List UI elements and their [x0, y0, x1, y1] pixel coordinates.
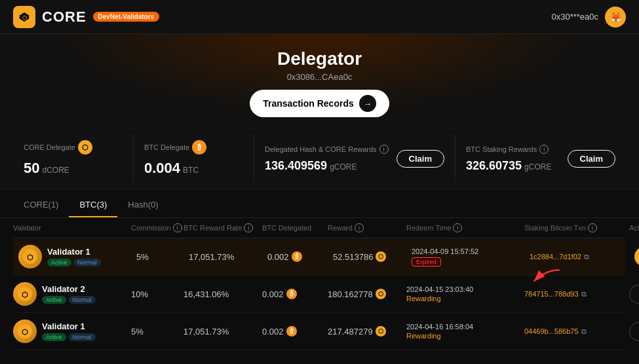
badge-active-3: Active [42, 333, 66, 341]
btc-icon-row3: ₿ [286, 326, 297, 337]
tx-records-arrow-icon: → [359, 95, 376, 112]
th-btc-reward-rate: BTC Reward Rate i [184, 223, 262, 232]
core-icon-row2: ⬡ [376, 289, 386, 299]
btc-delegate-value: 0.004 [144, 160, 180, 177]
btc-reward-rate-2: 16,431.06% [184, 289, 262, 299]
redeem-time-2: 2024-04-15 23:03:40 Rewarding [406, 285, 524, 302]
badge-active-2: Active [42, 296, 66, 304]
hero-section: Delegator 0x3086...CAea0c Transaction Re… [0, 34, 639, 128]
th-btc-delegated: BTC Delegated [262, 223, 328, 232]
th-validator: Validator [13, 223, 131, 232]
validator-name-1: Validator 1 [47, 247, 101, 257]
tabs-row: CORE(1) BTC(3) Hash(0) [0, 189, 639, 218]
th-reward: Reward i [328, 223, 406, 232]
delegated-hash-unit: gCORE [330, 162, 357, 172]
nav-right: 0x30***ea0c 🦊 [551, 7, 626, 27]
validator-icon-3: ⬡ [13, 319, 37, 343]
redeem-time-3: 2024-04-16 16:58:04 Rewarding [406, 323, 524, 340]
delegated-hash-claim-button[interactable]: Claim [397, 150, 444, 168]
reward-1: 52.513786 ⬡ [333, 251, 412, 262]
stats-row: CORE Delegate ⬡ 50 dCORE BTC Delegate ₿ … [0, 128, 639, 189]
txn-link-2[interactable]: 784715...788d93 [524, 290, 579, 298]
reward-2: 180.162778 ⬡ [328, 289, 406, 299]
action-1: Redeem ⟳ [634, 247, 639, 266]
copy-icon-2[interactable]: ⧉ [581, 290, 587, 299]
reward-info-icon[interactable]: i [355, 223, 364, 232]
transaction-records-button[interactable]: Transaction Records → [250, 90, 389, 117]
th-redeem-time: Redeem Time i [406, 223, 524, 232]
core-icon-row3: ⬡ [376, 326, 386, 337]
btc-reward-rate-1: 17,051.73% [189, 252, 267, 262]
btc-reward-rate-info-icon[interactable]: i [244, 223, 253, 232]
tab-hash[interactable]: Hash(0) [117, 196, 168, 217]
logo-text: CORE [42, 9, 87, 26]
hero-address: 0x3086...CAea0c [13, 72, 626, 82]
staking-txn-2: 784715...788d93 ⧉ [524, 290, 629, 299]
validator-cell-1: ⬡ Validator 1 Active Normal [18, 245, 136, 268]
table-row: ⬡ Validator 1 Active Normal 5% 17,051.73… [13, 313, 626, 350]
th-action: Action i [629, 223, 639, 232]
transfer-button-3[interactable]: Transfer › [629, 322, 639, 341]
tab-btc[interactable]: BTC(3) [69, 196, 117, 217]
btc-staking-unit: gCORE [524, 162, 551, 172]
action-3: Transfer › [629, 322, 639, 341]
avatar[interactable]: 🦊 [605, 7, 626, 27]
tab-core[interactable]: CORE(1) [13, 196, 69, 217]
commission-1: 5% [136, 252, 189, 262]
core-delegate-unit: dCORE [42, 166, 69, 175]
validator-cell-2: ⬡ Validator 2 Active Normal [13, 282, 131, 306]
delegated-hash-info-icon[interactable]: i [379, 145, 389, 154]
tx-records-label: Transaction Records [263, 98, 354, 109]
btc-delegated-2: 0.002 ₿ [262, 289, 328, 299]
validator-name-3: Validator 1 [42, 321, 96, 331]
btc-delegate-unit: BTC [183, 166, 199, 175]
btc-staking-block: BTC Staking Rewards i 326.60735 gCORE Cl… [455, 135, 626, 182]
rewarding-badge-3: Rewarding [406, 332, 473, 340]
btc-staking-claim-button[interactable]: Claim [568, 150, 615, 168]
delegated-hash-info: Delegated Hash & CORE Rewards i 136.4095… [265, 145, 389, 173]
badge-normal-3: Normal [69, 333, 96, 341]
validator-cell-3: ⬡ Validator 1 Active Normal [13, 319, 131, 343]
redeem-date-2: 2024-04-15 23:03:40 [406, 285, 473, 293]
staking-txn-1: 1c2884...7d1f02 ⧉ [530, 253, 634, 261]
svg-text:⬡: ⬡ [22, 291, 28, 299]
btc-icon-row2: ₿ [286, 289, 297, 299]
core-delegate-value: 50 [24, 160, 39, 177]
delegated-hash-label: Delegated Hash & CORE Rewards i [265, 145, 389, 154]
copy-icon-3[interactable]: ⧉ [581, 327, 587, 336]
logo-icon: ⬡ [13, 6, 35, 28]
redeem-button-1[interactable]: Redeem ⟳ [634, 247, 639, 266]
core-delegate-label: CORE Delegate ⬡ [24, 140, 123, 155]
btc-delegated-1: 0.002 ₿ [267, 251, 333, 262]
btc-delegated-3: 0.002 ₿ [262, 326, 328, 337]
btc-staking-info: BTC Staking Rewards i 326.60735 gCORE [466, 145, 560, 173]
badge-normal-1: Normal [74, 259, 101, 266]
expired-badge-1: Expired [412, 257, 441, 266]
btc-staking-value: 326.60735 [466, 159, 522, 173]
validator-name-2: Validator 2 [42, 284, 96, 294]
commission-info-icon[interactable]: i [173, 223, 182, 232]
devnet-badge: DevNet-Validators [93, 12, 160, 22]
commission-3: 5% [131, 327, 184, 337]
btc-icon-row1: ₿ [292, 251, 302, 262]
staking-txn-info-icon[interactable]: i [588, 223, 597, 232]
validator-icon-2: ⬡ [13, 282, 37, 306]
btc-coin-icon: ₿ [192, 140, 206, 155]
delegated-hash-block: Delegated Hash & CORE Rewards i 136.4095… [254, 135, 455, 182]
btc-staking-info-icon[interactable]: i [539, 145, 549, 154]
svg-text:⬡: ⬡ [22, 15, 27, 21]
delegated-hash-value: 136.409569 [265, 159, 327, 173]
txn-link-3[interactable]: 04469b...586b75 [524, 327, 579, 335]
redeem-date-3: 2024-04-16 16:58:04 [406, 323, 473, 331]
action-2: Transfer › [629, 285, 639, 304]
transfer-button-2[interactable]: Transfer › [629, 285, 639, 304]
txn-link-1[interactable]: 1c2884...7d1f02 [530, 253, 581, 261]
core-delegate-block: CORE Delegate ⬡ 50 dCORE [13, 135, 134, 182]
copy-icon-1[interactable]: ⧉ [584, 253, 589, 261]
rewarding-badge-2: Rewarding [406, 295, 473, 302]
redeem-time-info-icon[interactable]: i [453, 223, 462, 232]
btc-delegate-label: BTC Delegate ₿ [144, 140, 243, 155]
nav-left: ⬡ CORE DevNet-Validators [13, 6, 159, 28]
svg-text:⬡: ⬡ [22, 328, 28, 336]
table-header: Validator Commission i BTC Reward Rate i… [13, 218, 626, 238]
